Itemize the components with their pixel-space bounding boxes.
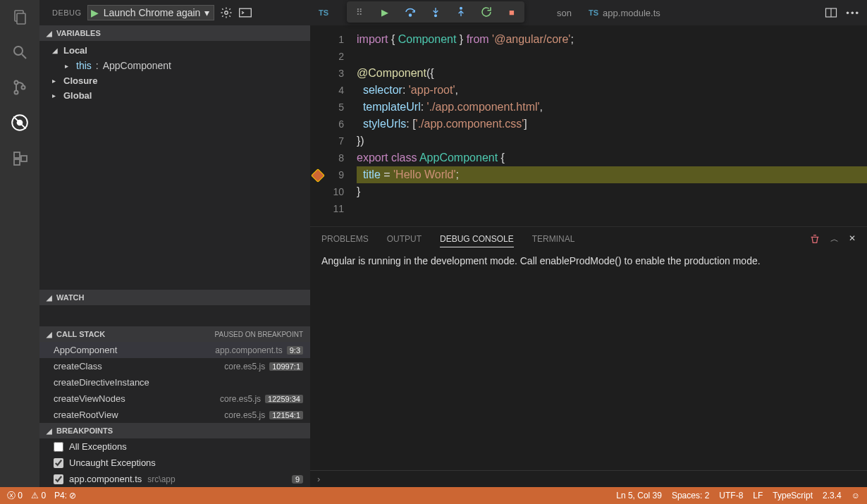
debug-icon[interactable] (10, 113, 30, 133)
chevron-down-icon: ◢ (47, 30, 52, 37)
variables-body: ◢Local ▸ this: AppComponent ▸Closure ▸Gl… (39, 41, 310, 106)
breakpoint-item[interactable]: All Exceptions (39, 438, 310, 455)
tab-problems[interactable]: PROBLEMS (321, 231, 369, 247)
svg-point-5 (15, 91, 18, 94)
tab-debug-console[interactable]: DEBUG CONSOLE (440, 231, 514, 247)
scope-closure[interactable]: ▸Closure (52, 73, 310, 88)
tab-app-module[interactable]: TSapp.module.ts (580, 0, 669, 25)
svg-rect-1 (17, 13, 25, 24)
svg-point-2 (14, 47, 23, 55)
play-icon: ▶ (91, 7, 99, 18)
step-out-button[interactable] (454, 5, 468, 19)
status-eol[interactable]: LF (753, 491, 763, 500)
split-editor-icon[interactable] (825, 7, 837, 18)
svg-point-9 (17, 120, 23, 126)
scope-local[interactable]: ◢Local (52, 43, 310, 58)
debug-toolbar[interactable]: ⠿ ▶ ■ (347, 1, 524, 23)
continue-button[interactable]: ▶ (378, 5, 392, 19)
breakpoint-checkbox[interactable] (54, 442, 63, 452)
svg-line-3 (22, 54, 26, 59)
more-icon[interactable]: ••• (846, 8, 860, 18)
breakpoint-checkbox[interactable] (54, 474, 63, 484)
svg-point-6 (22, 86, 25, 90)
step-over-button[interactable] (403, 5, 417, 19)
breakpoint-item[interactable]: Uncaught Exceptions (39, 455, 310, 471)
svg-point-16 (435, 15, 437, 17)
grip-icon[interactable]: ⠿ (352, 5, 367, 19)
explorer-icon[interactable] (10, 7, 30, 27)
status-bar: ⓧ 0 ⚠ 0 P4: ⊘ Ln 5, Col 39 Spaces: 2 UTF… (0, 487, 867, 504)
gear-icon[interactable] (220, 6, 233, 19)
status-spaces[interactable]: Spaces: 2 (672, 491, 709, 500)
stop-button[interactable]: ■ (505, 5, 519, 19)
callstack-frame[interactable]: createRootViewcore.es5.js12154:1 (39, 407, 310, 423)
tab-partial[interactable]: son (548, 0, 580, 25)
status-p4[interactable]: P4: ⊘ (54, 491, 76, 500)
breakpoints-section-header[interactable]: ◢ BREAKPOINTS (39, 423, 310, 438)
callstack-frame[interactable]: createViewNodescore.es5.js12259:34 (39, 391, 310, 407)
tab-hidden[interactable]: TS (310, 0, 337, 25)
open-debug-console-icon[interactable] (238, 7, 252, 18)
breakpoint-item[interactable]: app.component.tssrc\app9 (39, 471, 310, 487)
svg-point-15 (410, 14, 412, 16)
svg-rect-10 (14, 152, 20, 158)
restart-button[interactable] (479, 5, 493, 19)
callstack-section-header[interactable]: ◢ CALL STACK PAUSED ON BREAKPOINT (39, 326, 310, 342)
breakpoints-body: All Exceptions Uncaught Exceptions app.c… (39, 438, 310, 487)
svg-rect-11 (14, 159, 20, 165)
tab-output[interactable]: OUTPUT (387, 231, 422, 247)
svg-point-17 (460, 7, 462, 9)
watch-section-header[interactable]: ◢ WATCH (39, 290, 310, 305)
callstack-body: AppComponentapp.component.ts9:3 createCl… (39, 342, 310, 423)
svg-point-13 (225, 11, 228, 15)
scope-global[interactable]: ▸Global (52, 88, 310, 103)
callstack-frame[interactable]: AppComponentapp.component.ts9:3 (39, 342, 310, 358)
panel-tabs: PROBLEMS OUTPUT DEBUG CONSOLE TERMINAL ︿… (310, 227, 867, 251)
debug-title: DEBUG (52, 8, 82, 17)
debug-sidebar: DEBUG ▶ Launch Chrome again ▾ ◢ VARIABLE… (39, 0, 310, 487)
code-body[interactable]: import { Component } from '@angular/core… (357, 25, 867, 226)
step-into-button[interactable] (429, 5, 443, 19)
tab-terminal[interactable]: TERMINAL (532, 231, 575, 247)
status-cursor[interactable]: Ln 5, Col 39 (616, 491, 662, 500)
callstack-frame[interactable]: createDirectiveInstance (39, 374, 310, 391)
search-icon[interactable] (10, 42, 30, 62)
activity-bar (0, 0, 39, 487)
watch-body (39, 305, 310, 326)
editor-tabs: TS ⠿ ▶ ■ son TSapp.module.ts ••• (310, 0, 867, 25)
svg-rect-14 (240, 8, 252, 17)
status-version[interactable]: 2.3.4 (823, 491, 842, 500)
feedback-icon[interactable]: ☺ (851, 491, 860, 500)
close-panel-icon[interactable]: ✕ (849, 233, 856, 245)
callstack-frame[interactable]: createClasscore.es5.js10997:1 (39, 358, 310, 374)
debug-console-output[interactable]: Angular is running in the development mo… (310, 251, 867, 470)
chevron-down-icon: ◢ (47, 331, 52, 338)
line-gutter: 1 2 3 4 5 6 7 8 9 10 11 (310, 25, 357, 226)
breakpoint-checkbox[interactable] (54, 458, 63, 468)
chevron-down-icon: ▾ (204, 7, 209, 18)
collapse-panel-icon[interactable]: ︿ (830, 233, 839, 245)
status-errors[interactable]: ⓧ 0 (7, 490, 23, 502)
code-editor[interactable]: 1 2 3 4 5 6 7 8 9 10 11 import { Compone… (310, 25, 867, 226)
debug-console-input[interactable]: › (310, 470, 867, 487)
source-control-icon[interactable] (10, 78, 30, 97)
chevron-down-icon: ◢ (47, 427, 52, 435)
status-warnings[interactable]: ⚠ 0 (31, 491, 46, 500)
svg-rect-12 (21, 156, 27, 161)
svg-point-4 (15, 81, 18, 85)
bottom-panel: PROBLEMS OUTPUT DEBUG CONSOLE TERMINAL ︿… (310, 226, 867, 487)
status-language[interactable]: TypeScript (773, 491, 813, 500)
chevron-down-icon: ◢ (47, 294, 52, 302)
debug-header: DEBUG ▶ Launch Chrome again ▾ (39, 0, 310, 25)
variable-this[interactable]: ▸ this: AppComponent (52, 58, 310, 73)
extensions-icon[interactable] (10, 148, 30, 168)
clear-console-icon[interactable] (809, 233, 820, 245)
launch-config-select[interactable]: ▶ Launch Chrome again ▾ (87, 5, 215, 20)
editor-area: TS ⠿ ▶ ■ son TSapp.module.ts ••• 1 2 (310, 0, 867, 487)
variables-section-header[interactable]: ◢ VARIABLES (39, 25, 310, 41)
status-encoding[interactable]: UTF-8 (719, 491, 743, 500)
